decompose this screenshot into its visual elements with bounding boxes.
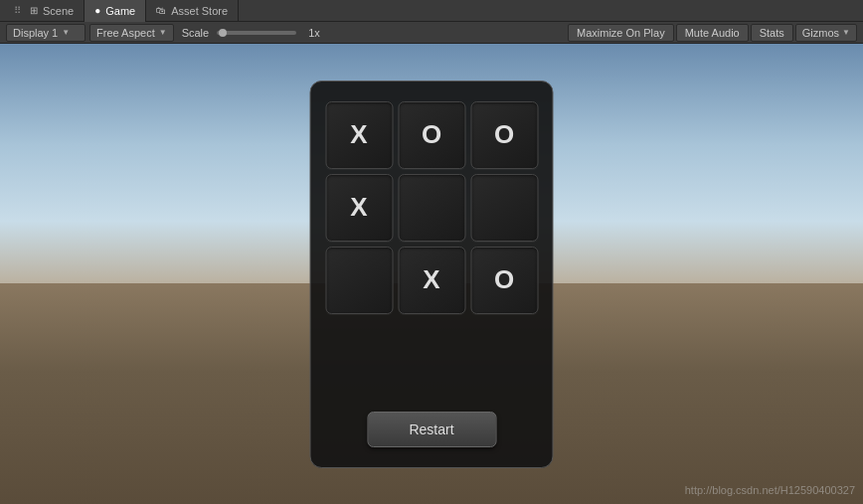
tab-game[interactable]: ● Game: [85, 0, 146, 22]
watermark-text: http://blog.csdn.net/H12590400327: [685, 484, 855, 496]
cell-1[interactable]: O: [398, 101, 465, 169]
aspect-selector[interactable]: Free Aspect ▼: [89, 24, 174, 42]
stats-label: Stats: [760, 27, 784, 39]
scale-value: 1x: [308, 27, 320, 39]
cell-4[interactable]: [398, 174, 465, 242]
cell-2[interactable]: O: [470, 101, 538, 169]
cell-8[interactable]: O: [470, 247, 538, 314]
game-viewport: XOOXXO Restart http://blog.csdn.net/H125…: [0, 44, 863, 504]
game-icon: ●: [94, 5, 100, 16]
mute-audio-label: Mute Audio: [685, 27, 740, 39]
cell-7[interactable]: X: [398, 247, 465, 314]
scale-label: Scale: [182, 27, 210, 39]
gizmos-chevron-icon: ▼: [842, 28, 850, 37]
asset-store-icon: 🛍: [156, 5, 166, 16]
gizmos-button[interactable]: Gizmos ▼: [795, 24, 857, 42]
display-label: Display 1: [13, 27, 58, 39]
maximize-on-play-label: Maximize On Play: [577, 27, 665, 39]
aspect-label: Free Aspect: [96, 27, 155, 39]
mute-audio-button[interactable]: Mute Audio: [676, 24, 749, 42]
cell-5[interactable]: [470, 174, 538, 242]
scene-icon: ⊞: [30, 5, 38, 16]
scale-thumb: [219, 29, 227, 37]
tab-asset-store-label: Asset Store: [171, 5, 228, 17]
tab-game-label: Game: [105, 5, 135, 17]
restart-label: Restart: [409, 421, 453, 437]
cell-3[interactable]: X: [325, 174, 393, 242]
display-selector[interactable]: Display 1 ▼: [6, 24, 86, 42]
aspect-chevron-icon: ▼: [159, 28, 167, 37]
ttt-grid: XOOXXO: [325, 101, 538, 314]
tab-scene-label: Scene: [43, 5, 74, 17]
gizmos-label: Gizmos: [802, 27, 839, 39]
game-panel: XOOXXO Restart: [310, 81, 554, 468]
tab-scene[interactable]: ⠿ ⊞ Scene: [4, 0, 85, 22]
cell-6[interactable]: [325, 247, 393, 314]
restart-button[interactable]: Restart: [367, 412, 496, 447]
tab-asset-store[interactable]: 🛍 Asset Store: [146, 0, 239, 22]
stats-button[interactable]: Stats: [751, 24, 793, 42]
scale-slider[interactable]: [217, 31, 296, 35]
toolbar: Display 1 ▼ Free Aspect ▼ Scale 1x Maxim…: [0, 22, 863, 44]
display-chevron-icon: ▼: [62, 28, 70, 37]
maximize-on-play-button[interactable]: Maximize On Play: [568, 24, 674, 42]
watermark: http://blog.csdn.net/H12590400327: [685, 484, 855, 496]
cell-0[interactable]: X: [325, 101, 393, 169]
drag-handle-icon: ⠿: [14, 5, 21, 16]
toolbar-end: Maximize On Play Mute Audio Stats Gizmos…: [568, 24, 857, 42]
tab-bar: ⠿ ⊞ Scene ● Game 🛍 Asset Store: [0, 0, 863, 22]
